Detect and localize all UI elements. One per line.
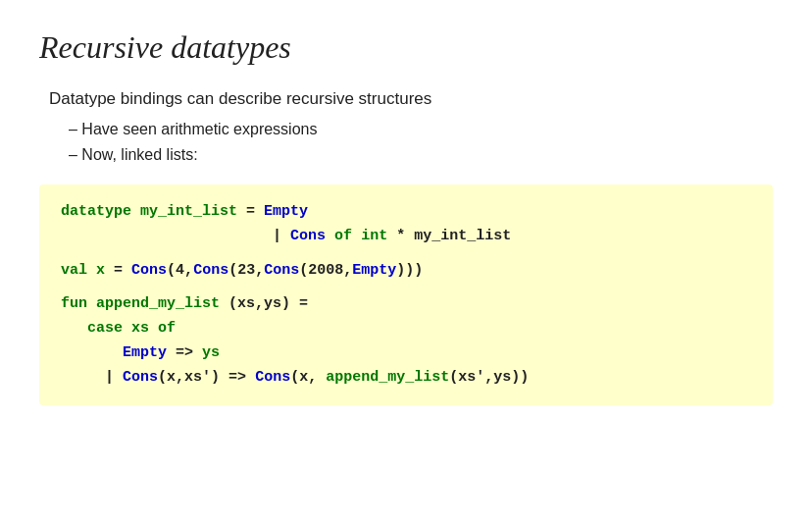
empty-constructor: Empty [264,203,308,220]
spacer-2 [61,283,751,292]
ys-var: ys [202,344,220,361]
code-line-5: case xs of [61,317,751,341]
slide: Recursive datatypes Datatype bindings ca… [0,0,812,524]
code-block: datatype my_int_list = Empty | Cons of i… [39,184,773,405]
code-line-1: datatype my_int_list = Empty [61,200,751,225]
val-kw: val [61,262,87,279]
of-kw: of [158,320,176,337]
datatype-kw: datatype [61,203,131,220]
case-var: xs [131,320,149,337]
fun-name: append_my_list [96,295,220,312]
code-line-6: Empty => ys [61,341,751,366]
case-kw: case [87,320,123,337]
cons-case: Cons [123,369,158,386]
code-line-2: | Cons of int * my_int_list [61,225,751,249]
bullet-section: Datatype bindings can describe recursive… [39,89,773,167]
fun-kw: fun [61,295,87,312]
code-line-3: val x = Cons(4,Cons(23,Cons(2008,Empty))… [61,259,751,284]
bullet-item-1: Have seen arithmetic expressions [49,117,773,142]
empty-case: Empty [123,344,167,361]
append-call: append_my_list [326,369,449,386]
val-x: x [96,262,105,279]
code-line-7: | Cons(x,xs') => Cons(x, append_my_list(… [61,366,751,391]
intro-text: Datatype bindings can describe recursive… [49,89,773,109]
cons-constructor: Cons [290,228,326,244]
bullet-item-2: Now, linked lists: [49,142,773,168]
spacer-1 [61,249,751,259]
code-line-4: fun append_my_list (xs,ys) = [61,292,751,317]
slide-title: Recursive datatypes [39,29,773,66]
cons-call: Cons [131,262,167,279]
cons-result: Cons [255,369,290,386]
type-name: my_int_list [140,203,237,220]
